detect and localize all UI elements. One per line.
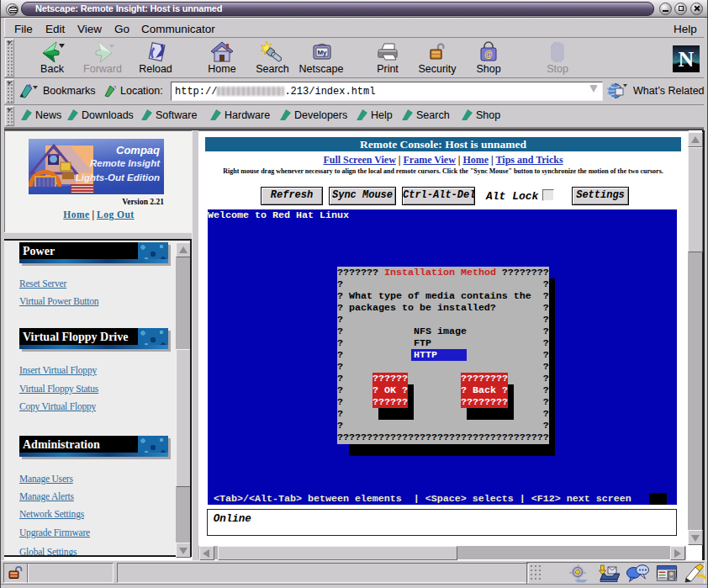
svg-text:N: N (679, 47, 695, 72)
svg-text:My: My (317, 49, 327, 56)
svg-text:@: @ (484, 50, 493, 59)
svg-text:Lights-Out Edition: Lights-Out Edition (76, 172, 160, 183)
svg-text:Compaq: Compaq (116, 144, 160, 156)
svg-text:Remote Insight: Remote Insight (90, 158, 161, 168)
